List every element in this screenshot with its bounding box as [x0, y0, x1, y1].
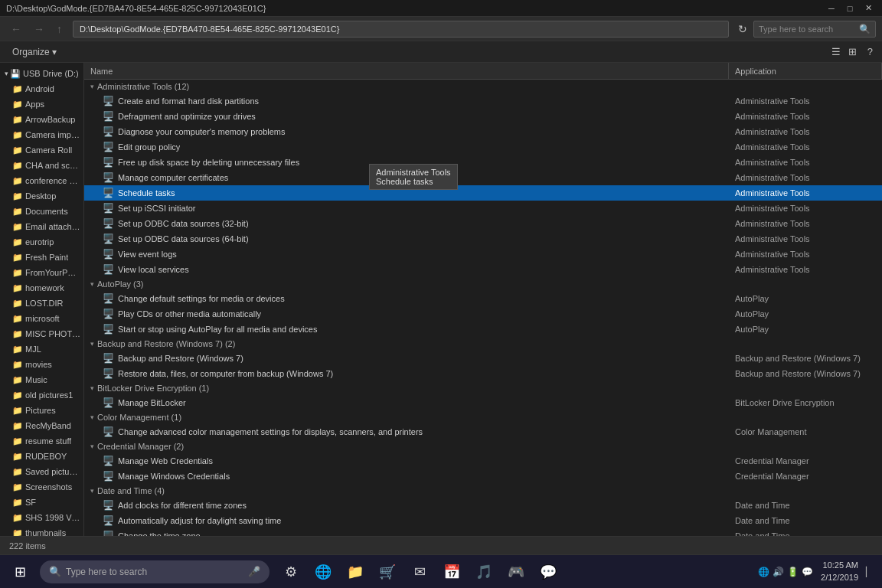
up-button[interactable]: ↑ — [52, 21, 67, 37]
file-row[interactable]: 🖥️Change the time zoneDate and Time — [84, 528, 882, 536]
xbox-icon[interactable]: 🎵 — [469, 557, 499, 587]
sidebar-item-conference-chec[interactable]: 📁conference chec — [0, 173, 83, 188]
store-icon[interactable]: 🛒 — [372, 557, 403, 587]
app-column-header[interactable]: Application — [729, 63, 882, 79]
sidebar-item-screenshots[interactable]: 📁Screenshots — [0, 479, 83, 495]
file-row[interactable]: 🖥️Start or stop using AutoPlay for all m… — [84, 322, 882, 337]
sidebar-item-documents[interactable]: 📁Documents — [0, 204, 83, 219]
section-header-3[interactable]: ▾BitLocker Drive Encryption (1) — [84, 381, 882, 395]
sidebar-item-music[interactable]: 📁Music — [0, 372, 83, 387]
view-tiles-button[interactable]: ⊞ — [845, 44, 860, 59]
forward-button[interactable]: → — [29, 21, 49, 37]
sidebar-item-sf[interactable]: 📁SF — [0, 495, 83, 510]
search-bar[interactable]: Type here to search 🔍 — [753, 21, 876, 38]
file-row[interactable]: 🖥️Free up disk space by deleting unneces… — [84, 155, 882, 170]
file-row[interactable]: 🖥️Manage Web CredentialsCredential Manag… — [84, 453, 882, 469]
file-row[interactable]: 🖥️Defragment and optimize your drivesAdm… — [84, 109, 882, 124]
file-row[interactable]: 🖥️Change default settings for media or d… — [84, 291, 882, 306]
battery-icon[interactable]: 🔋 — [787, 567, 799, 577]
file-row[interactable]: 🖥️Add clocks for different time zonesDat… — [84, 498, 882, 513]
file-row[interactable]: 🖥️View local servicesAdministrative Tool… — [84, 262, 882, 277]
sidebar-item-cha-and-school[interactable]: 📁CHA and school — [0, 158, 83, 173]
organize-button[interactable]: Organize ▾ — [6, 45, 63, 59]
file-row[interactable]: 🖥️Backup and Restore (Windows 7)Backup a… — [84, 351, 882, 366]
sidebar-item-fromyourphone[interactable]: 📁FromYourPhone — [0, 265, 83, 280]
file-row[interactable]: 🖥️Play CDs or other media automaticallyA… — [84, 306, 882, 322]
taskbar-clock[interactable]: 10:25 AM 2/12/2019 — [816, 560, 863, 583]
sidebar-item-movies[interactable]: 📁movies — [0, 357, 83, 372]
section-header-0[interactable]: ▾Administrative Tools (12) — [84, 80, 882, 93]
start-button[interactable]: ⊞ — [3, 555, 37, 589]
sidebar-item-desktop[interactable]: 📁Desktop — [0, 188, 83, 204]
sidebar-item-old-pictures1[interactable]: 📁old pictures1 — [0, 387, 83, 403]
file-row[interactable]: 🖥️Manage Windows CredentialsCredential M… — [84, 469, 882, 484]
file-row[interactable]: 🖥️Set up ODBC data sources (32-bit)Admin… — [84, 216, 882, 231]
taskbar-search[interactable]: 🔍 Type here to search 🎤 — [40, 560, 270, 583]
sidebar-item-usb-drive-d[interactable]: ▾💾USB Drive (D:) — [0, 66, 83, 81]
settings-icon[interactable]: ⚙ — [276, 557, 306, 587]
file-row[interactable]: 🖥️Set up iSCSI initiatorAdministrative T… — [84, 201, 882, 216]
calendar-icon[interactable]: 📅 — [436, 557, 467, 587]
file-list[interactable]: ▾Administrative Tools (12)🖥️Create and f… — [84, 80, 882, 536]
network-icon[interactable]: 🌐 — [758, 567, 769, 577]
minimize-button[interactable]: ─ — [824, 2, 839, 15]
mail-icon[interactable]: ✉ — [404, 557, 435, 587]
view-details-button[interactable]: ☰ — [828, 44, 844, 59]
sidebar-item-eurotrip[interactable]: 📁eurotrip — [0, 234, 83, 250]
file-row[interactable]: 🖥️Automatically adjust for daylight savi… — [84, 513, 882, 528]
sidebar-item-recmyband[interactable]: 📁RecMyBand — [0, 418, 83, 433]
sidebar-item-fresh-paint[interactable]: 📁Fresh Paint — [0, 250, 83, 265]
sidebar-item-thumbnails[interactable]: 📁thumbnails — [0, 525, 83, 536]
sidebar-item-shs-1998-videos[interactable]: 📁SHS 1998 Videos — [0, 510, 83, 525]
section-label: BitLocker Drive Encryption (1) — [97, 384, 209, 393]
file-row[interactable]: 🖥️Set up ODBC data sources (64-bit)Admin… — [84, 231, 882, 247]
file-row[interactable]: 🖥️Diagnose your computer's memory proble… — [84, 124, 882, 139]
file-row[interactable]: 🖥️Edit group policyAdministrative Tools — [84, 139, 882, 155]
sidebar-item-arrowbackup[interactable]: 📁ArrowBackup — [0, 112, 83, 127]
close-button[interactable]: ✕ — [861, 2, 876, 15]
steam-icon[interactable]: 🎮 — [501, 557, 531, 587]
teams-icon[interactable]: 💬 — [533, 557, 564, 587]
sidebar-item-saved-pictures[interactable]: 📁Saved pictures — [0, 464, 83, 479]
sidebar-label-text: USB Drive (D:) — [23, 69, 79, 78]
sidebar-item-camera-imports[interactable]: 📁Camera imports — [0, 127, 83, 142]
sidebar-item-email-attachmen[interactable]: 📁Email attachmen — [0, 219, 83, 234]
folder-icon: 📁 — [12, 191, 23, 201]
sidebar-label-text: RecMyBand — [25, 421, 71, 430]
file-row[interactable]: 🖥️Create and format hard disk partitions… — [84, 93, 882, 109]
maximize-button[interactable]: □ — [842, 2, 858, 15]
volume-icon[interactable]: 🔊 — [773, 567, 784, 577]
sidebar-item-microsoft[interactable]: 📁microsoft — [0, 311, 83, 326]
sidebar-item-camera-roll[interactable]: 📁Camera Roll — [0, 142, 83, 158]
name-column-header[interactable]: Name — [84, 63, 729, 79]
action-center-icon[interactable]: 💬 — [802, 567, 813, 577]
section-header-2[interactable]: ▾Backup and Restore (Windows 7) (2) — [84, 337, 882, 351]
file-row[interactable]: 🖥️View event logsAdministrative Tools — [84, 247, 882, 262]
sidebar-item-android[interactable]: 📁Android — [0, 81, 83, 96]
sidebar-item-lostdir[interactable]: 📁LOST.DIR — [0, 296, 83, 311]
file-row[interactable]: 🖥️Manage BitLockerBitLocker Drive Encryp… — [84, 395, 882, 410]
show-desktop-button[interactable]: ▏ — [866, 567, 873, 577]
section-header-4[interactable]: ▾Color Management (1) — [84, 410, 882, 424]
sidebar-item-rudeboy[interactable]: 📁RUDEBOY — [0, 449, 83, 464]
sidebar-item-pictures[interactable]: 📁Pictures — [0, 403, 83, 418]
refresh-button[interactable]: ↻ — [735, 21, 750, 37]
sidebar-item-misc-photos[interactable]: 📁MISC PHOTOS — [0, 326, 83, 341]
back-button[interactable]: ← — [6, 21, 26, 37]
file-row[interactable]: 🖥️Change advanced color management setti… — [84, 424, 882, 439]
file-row[interactable]: 🖥️Restore data, files, or computer from … — [84, 366, 882, 381]
address-bar[interactable]: D:\Desktop\GodMode.{ED7BA470-8E54-465E-8… — [73, 21, 729, 38]
sidebar-item-apps[interactable]: 📁Apps — [0, 96, 83, 112]
file-row[interactable]: 🖥️Schedule tasksAdministrative Tools — [84, 185, 882, 201]
explorer-icon[interactable]: 📁 — [340, 557, 371, 587]
help-button[interactable]: ? — [864, 44, 876, 59]
sidebar-item-resume-stuff[interactable]: 📁resume stuff — [0, 433, 83, 449]
edge-icon[interactable]: 🌐 — [308, 557, 338, 587]
sidebar-item-mjl[interactable]: 📁MJL — [0, 341, 83, 357]
section-header-6[interactable]: ▾Date and Time (4) — [84, 484, 882, 498]
file-row[interactable]: 🖥️Manage computer certificatesAdministra… — [84, 170, 882, 185]
sidebar-item-homework[interactable]: 📁homework — [0, 280, 83, 296]
folder-icon: 📁 — [12, 268, 23, 278]
section-header-5[interactable]: ▾Credential Manager (2) — [84, 439, 882, 453]
section-header-1[interactable]: ▾AutoPlay (3) — [84, 277, 882, 291]
